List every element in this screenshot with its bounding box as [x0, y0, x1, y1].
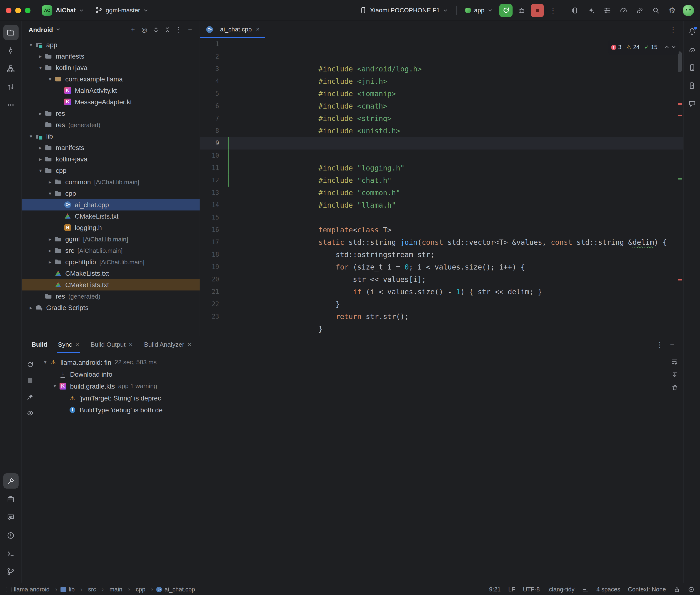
errors-badge[interactable]: 3 [611, 41, 621, 53]
tree-chevron-icon[interactable] [27, 305, 35, 311]
line-number[interactable]: 3 [200, 63, 219, 75]
project-view-selector[interactable]: Android [26, 24, 63, 35]
code-line[interactable]: 12 #include "llama.h" [200, 174, 683, 187]
code-line[interactable]: 9 #include "logging.h" [200, 137, 683, 149]
warnings-badge[interactable]: ⚠24 [626, 41, 640, 53]
problems-tool-icon[interactable] [3, 528, 18, 543]
code-line[interactable]: 11 #include "common.h" [200, 162, 683, 174]
code-line[interactable]: 20 } [200, 273, 683, 286]
add-icon[interactable]: + [127, 24, 139, 35]
breadcrumb-item[interactable]: llama.android [6, 586, 60, 593]
encoding-widget[interactable]: UTF-8 [523, 586, 540, 593]
profiler-icon[interactable] [617, 4, 630, 17]
version-control-tool-icon[interactable] [3, 564, 18, 579]
gradle-tool-icon[interactable] [685, 43, 699, 56]
tree-chevron-icon[interactable] [46, 179, 54, 185]
project-tool-icon[interactable] [3, 25, 18, 40]
line-number[interactable]: 8 [200, 125, 219, 137]
tree-chevron-icon[interactable] [36, 156, 45, 162]
tree-item[interactable]: MainActivity.kt [22, 85, 200, 96]
tree-chevron-icon[interactable] [41, 359, 50, 365]
structure-tool-icon[interactable] [3, 61, 18, 76]
close-tab-icon[interactable]: × [188, 341, 192, 348]
debug-button[interactable] [515, 4, 528, 17]
error-stripe-mark[interactable] [678, 279, 682, 281]
tree-item[interactable]: com.example.llama [22, 73, 200, 85]
line-number[interactable]: 16 [200, 224, 219, 236]
build-tab[interactable]: Sync × [52, 336, 85, 353]
breadcrumb-item[interactable]: lib [60, 586, 85, 593]
panel-options-icon[interactable]: ⋮ [173, 24, 184, 35]
code-line[interactable]: 23 [200, 310, 683, 323]
code-line[interactable]: 10 #include "chat.h" [200, 149, 683, 162]
device-selector[interactable]: Xiaomi POCOPHONE F1 [356, 5, 452, 16]
tree-item[interactable]: app [22, 39, 200, 51]
logcat-tool-icon[interactable] [3, 510, 18, 525]
running-devices-tool-icon[interactable] [685, 79, 699, 92]
hide-panel-icon[interactable]: − [184, 24, 196, 35]
tree-chevron-icon[interactable] [46, 236, 54, 242]
tree-item[interactable]: common [AiChat.lib.main] [22, 176, 200, 188]
code-line[interactable]: 14 template<class T> [200, 199, 683, 211]
tree-item[interactable]: res (generated) [22, 290, 200, 302]
assistant-tool-icon[interactable] [685, 97, 699, 111]
caret-position-widget[interactable]: 9:21 [489, 586, 501, 593]
tree-item[interactable]: logging.h [22, 222, 200, 233]
line-number[interactable]: 12 [200, 174, 219, 187]
code-line[interactable]: 18 str << values[i]; [200, 249, 683, 261]
hide-build-panel-icon[interactable]: − [666, 338, 678, 351]
line-number[interactable]: 7 [200, 112, 219, 125]
tree-item[interactable]: kotlin+java [22, 62, 200, 73]
search-icon[interactable] [650, 4, 662, 17]
line-number[interactable]: 21 [200, 286, 219, 298]
tree-chevron-icon[interactable] [36, 110, 45, 116]
tree-chevron-icon[interactable] [51, 383, 59, 389]
build-tree-item[interactable]: 'jvmTarget: String' is deprec [38, 392, 174, 404]
editor-scrollbar[interactable] [678, 51, 682, 73]
tree-item[interactable]: CMakeLists.txt [22, 267, 200, 279]
tree-chevron-icon[interactable] [36, 167, 45, 174]
tree-item[interactable]: manifests [22, 142, 200, 153]
tree-item[interactable]: Gradle Scripts [22, 302, 200, 313]
rerun-build-icon[interactable] [25, 359, 35, 370]
line-number[interactable]: 23 [200, 310, 219, 323]
soft-wrap-icon[interactable] [671, 358, 678, 365]
code-line[interactable]: 5 #include <string> [200, 88, 683, 100]
run-config-selector[interactable]: app [462, 5, 496, 16]
line-number[interactable]: 17 [200, 236, 219, 249]
build-panel-options-icon[interactable]: ⋮ [653, 338, 666, 351]
resource-manager-tool-icon[interactable] [3, 491, 18, 507]
code-line[interactable]: 15 static std::string join(const std::ve… [200, 211, 683, 224]
tree-chevron-icon[interactable] [46, 76, 54, 82]
preview-icon[interactable] [25, 407, 35, 418]
settings-icon[interactable]: ⚙ [666, 4, 678, 17]
tree-item[interactable]: MessageAdapter.kt [22, 96, 200, 108]
tree-item[interactable]: res (generated) [22, 119, 200, 131]
line-number[interactable]: 13 [200, 187, 219, 199]
more-run-options-icon[interactable]: ⋮ [547, 4, 559, 17]
build-tab[interactable]: Build Analyzer × [138, 336, 197, 353]
tree-item[interactable]: lib [22, 131, 200, 142]
line-number[interactable]: 5 [200, 88, 219, 100]
close-window-button[interactable] [6, 7, 11, 13]
breadcrumb-item[interactable]: src [86, 586, 107, 593]
code-line[interactable]: 17 for (size_t i = 0; i < values.size();… [200, 236, 683, 249]
tree-chevron-icon[interactable] [36, 144, 45, 151]
code-line[interactable]: 3 #include <iomanip> [200, 63, 683, 75]
code-line[interactable]: 6 #include <unistd.h> [200, 100, 683, 112]
breadcrumb-item[interactable]: ai_chat.cpp [157, 586, 195, 593]
line-ending-widget[interactable]: LF [508, 586, 515, 593]
close-tab-icon[interactable]: × [256, 26, 260, 33]
tree-item[interactable]: src [AiChat.lib.main] [22, 245, 200, 256]
line-number[interactable]: 4 [200, 75, 219, 88]
change-stripe-mark[interactable] [678, 178, 682, 179]
build-tree-item[interactable]: llama.android: fin 22 sec, 583 ms [38, 356, 174, 368]
highlight-level-icon[interactable] [688, 586, 695, 593]
tree-item[interactable]: kotlin+java [22, 153, 200, 165]
tree-chevron-icon[interactable] [27, 133, 35, 139]
tree-chevron-icon[interactable] [27, 42, 35, 48]
code-line[interactable]: 16 std::ostringstream str; [200, 224, 683, 236]
rerun-button[interactable] [499, 4, 512, 17]
line-number[interactable]: 11 [200, 162, 219, 174]
line-number[interactable]: 22 [200, 298, 219, 310]
